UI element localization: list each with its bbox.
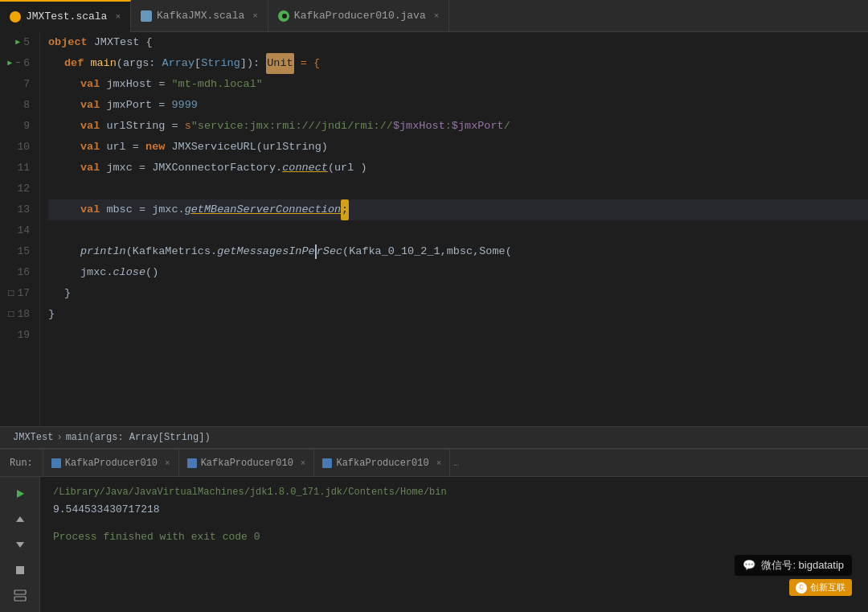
run-up-button[interactable]	[9, 509, 31, 530]
code-line-12	[48, 179, 868, 199]
keyword-def: def	[64, 53, 84, 74]
str-url: "service:jmx:rmi:///jndi/rmi://	[191, 116, 393, 137]
tab-icon-jmxtest	[10, 11, 21, 23]
wechat-text: 微信号: bigdatatip	[761, 559, 844, 571]
num-9999: 9999	[171, 95, 197, 116]
gutter-line-9: 9	[0, 116, 33, 137]
keyword-val-7: val	[80, 74, 100, 95]
fold-icon-6[interactable]: −	[15, 53, 20, 74]
gutter-line-18: □ 18	[0, 304, 33, 325]
arg-some: Some	[479, 241, 505, 262]
run-tab-close-3[interactable]: ×	[436, 458, 442, 468]
method-println: println	[80, 241, 126, 262]
breadcrumb-class: JMXTest	[13, 432, 53, 443]
line-number-13: 13	[17, 199, 30, 220]
run-tab-3[interactable]: KafkaProducer010 ×	[314, 450, 450, 477]
run-tab-icon-2	[187, 458, 197, 468]
line-number-10: 10	[17, 137, 30, 158]
gutter-line-8: 8	[0, 95, 33, 116]
run-tab-2[interactable]: KafkaProducer010 ×	[179, 450, 315, 477]
interp-port: $jmxPort	[452, 116, 504, 137]
run-tab-close-2[interactable]: ×	[301, 458, 306, 468]
gutter-line-16: 16	[0, 262, 33, 283]
output-number: 9.544533430717218	[53, 501, 855, 519]
code-line-17: }	[48, 283, 868, 304]
output-process: Process finished with exit code 0	[53, 528, 855, 546]
run-tab-1[interactable]: KafkaProducer010 ×	[43, 450, 179, 477]
class-connector-factory: JMXConnectorFactory	[152, 158, 276, 179]
run-play-button[interactable]	[9, 483, 31, 504]
tab-jmxtest[interactable]: JMXTest.scala ×	[0, 0, 131, 32]
code-line-15: println(KafkaMetrics.getMessagesInPerSec…	[48, 241, 868, 262]
wechat-badge: 💬 微信号: bigdatatip	[735, 555, 852, 576]
run-tab-label-3: KafkaProducer010	[336, 458, 428, 469]
watermark: 💬 微信号: bigdatatip C 创新互联	[735, 555, 852, 596]
tab-kafkajmx[interactable]: KafkaJMX.scala ×	[131, 0, 268, 32]
svg-marker-1	[16, 516, 24, 522]
str-mtmdh: "mt-mdh.local"	[171, 74, 262, 95]
fold-icon-17[interactable]: □	[8, 283, 14, 304]
breadcrumb-separator: ›	[56, 432, 62, 443]
tab-close-kafkaproducer[interactable]: ×	[434, 11, 440, 21]
class-jmxserviceurl: JMXServiceURL	[171, 137, 256, 158]
run-tab-more[interactable]: …	[453, 458, 459, 468]
code-line-13: val mbsc = jmxc.getMBeanServerConnection…	[48, 199, 868, 220]
gutter-line-14: 14	[0, 220, 33, 241]
method-getmessages: getMessagesInPe	[217, 241, 315, 262]
keyword-val-8: val	[80, 95, 100, 116]
gutter-line-11: 11	[0, 158, 33, 179]
line-number-6: 6	[23, 53, 30, 74]
type-array: Array	[162, 53, 195, 74]
gutter-line-6: ▶ − 6	[0, 53, 33, 74]
code-line-18: }	[48, 304, 868, 325]
run-layout-button[interactable]	[9, 585, 31, 606]
gutter-line-7: 7	[0, 74, 33, 95]
code-line-8: val jmxPort = 9999	[48, 95, 868, 116]
line-gutter: ▶ 5 ▶ − 6 7 8 9 10 11 12	[0, 32, 40, 426]
class-kafkametrics: KafkaMetrics	[133, 241, 211, 262]
line-number-15: 15	[17, 241, 30, 262]
var-jmxc-16: jmxc	[80, 262, 106, 283]
var-jmxport: jmxPort	[106, 95, 152, 116]
run-label: Run:	[0, 450, 43, 477]
line-number-8: 8	[23, 95, 30, 116]
run-tab-icon-1	[51, 458, 61, 468]
brace-open-5: {	[146, 32, 153, 53]
run-tab-close-1[interactable]: ×	[165, 458, 170, 468]
class-jmxtest: JMXTest	[94, 32, 140, 53]
run-stop-button[interactable]	[9, 560, 31, 581]
code-line-6: def main(args: Array[String]): Unit = {	[48, 53, 868, 74]
output-path: /Library/Java/JavaVirtualMachines/jdk1.8…	[53, 483, 855, 501]
line-number-19: 19	[17, 325, 30, 346]
code-line-11: val jmxc = JMXConnectorFactory.connect(u…	[48, 158, 868, 179]
gutter-line-19: 19	[0, 325, 33, 346]
run-down-button[interactable]	[9, 535, 31, 556]
tab-kafkaproducer[interactable]: KafkaProducer010.java ×	[268, 0, 449, 32]
code-line-10: val url = new JMXServiceURL(urlString)	[48, 137, 868, 158]
run-tab-label-2: KafkaProducer010	[201, 458, 293, 469]
method-getmessages-2: rSec	[317, 241, 342, 262]
svg-rect-3	[16, 566, 24, 574]
fold-icon-18[interactable]: □	[8, 304, 14, 325]
line-number-18: 18	[17, 304, 30, 325]
keyword-val-11: val	[80, 158, 100, 179]
keyword-val-9: val	[80, 116, 100, 137]
logo-badge: C 创新互联	[789, 579, 852, 596]
run-icon-5[interactable]: ▶	[15, 32, 20, 53]
tab-close-jmxtest[interactable]: ×	[115, 12, 121, 22]
logo-text: 创新互联	[810, 581, 845, 594]
tab-label-kafkaproducer: KafkaProducer010.java	[294, 10, 426, 22]
arg-urlstring: urlString	[263, 137, 321, 158]
tab-label-jmxtest: JMXTest.scala	[26, 10, 107, 23]
code-line-9: val urlString = s"service:jmx:rmi:///jnd…	[48, 116, 868, 137]
method-getmbeanserverconnection: getMBeanServerConnection	[185, 199, 341, 220]
paren-6: (	[117, 53, 123, 74]
svg-rect-5	[14, 597, 26, 601]
run-icon-6[interactable]: ▶	[7, 53, 12, 74]
line-number-14: 14	[17, 220, 30, 241]
interp-host: $jmxHost	[393, 116, 445, 137]
run-tab-icon-3	[322, 458, 332, 468]
brace-close-18: }	[48, 304, 55, 325]
tab-close-kafkajmx[interactable]: ×	[252, 11, 258, 21]
code-editor[interactable]: object JMXTest { def main(args: Array[St…	[40, 32, 868, 426]
